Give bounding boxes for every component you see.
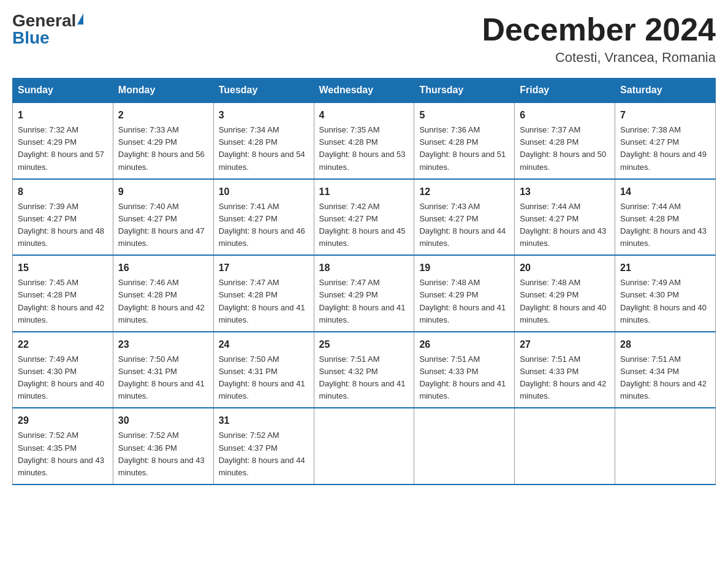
- day-info: Sunrise: 7:49 AMSunset: 4:30 PMDaylight:…: [620, 278, 707, 324]
- calendar-cell: 31Sunrise: 7:52 AMSunset: 4:37 PMDayligh…: [213, 408, 314, 484]
- day-info: Sunrise: 7:44 AMSunset: 4:28 PMDaylight:…: [620, 202, 707, 248]
- calendar-cell: 9Sunrise: 7:40 AMSunset: 4:27 PMDaylight…: [113, 179, 213, 256]
- day-number: 14: [620, 185, 710, 199]
- day-number: 6: [520, 108, 610, 123]
- day-header-tuesday: Tuesday: [213, 79, 314, 103]
- day-number: 1: [18, 108, 108, 123]
- day-number: 17: [219, 261, 309, 275]
- logo-blue: Blue: [12, 29, 50, 47]
- day-info: Sunrise: 7:52 AMSunset: 4:35 PMDaylight:…: [18, 431, 104, 477]
- day-number: 31: [219, 413, 309, 428]
- calendar-cell: 21Sunrise: 7:49 AMSunset: 4:30 PMDayligh…: [615, 255, 716, 332]
- day-number: 8: [18, 185, 108, 199]
- title-section: December 2024 Cotesti, Vrancea, Romania: [482, 12, 716, 66]
- day-number: 13: [520, 185, 610, 199]
- calendar-cell: 19Sunrise: 7:48 AMSunset: 4:29 PMDayligh…: [414, 255, 515, 332]
- day-info: Sunrise: 7:51 AMSunset: 4:34 PMDaylight:…: [620, 354, 707, 400]
- calendar-cell: 13Sunrise: 7:44 AMSunset: 4:27 PMDayligh…: [515, 179, 615, 256]
- day-number: 12: [419, 185, 509, 199]
- calendar-cell: 29Sunrise: 7:52 AMSunset: 4:35 PMDayligh…: [13, 408, 113, 484]
- day-info: Sunrise: 7:41 AMSunset: 4:27 PMDaylight:…: [219, 202, 305, 248]
- day-number: 21: [620, 261, 710, 275]
- day-number: 19: [419, 261, 509, 275]
- calendar-cell: 25Sunrise: 7:51 AMSunset: 4:32 PMDayligh…: [314, 332, 414, 408]
- day-number: 22: [18, 337, 108, 352]
- calendar-week-row: 1Sunrise: 7:32 AMSunset: 4:29 PMDaylight…: [13, 102, 716, 179]
- day-info: Sunrise: 7:42 AMSunset: 4:27 PMDaylight:…: [319, 202, 406, 248]
- day-info: Sunrise: 7:36 AMSunset: 4:28 PMDaylight:…: [419, 125, 506, 171]
- calendar-cell: 28Sunrise: 7:51 AMSunset: 4:34 PMDayligh…: [615, 332, 716, 408]
- day-number: 9: [118, 185, 208, 199]
- day-number: 5: [419, 108, 509, 123]
- day-number: 11: [319, 185, 409, 199]
- calendar-cell: 3Sunrise: 7:34 AMSunset: 4:28 PMDaylight…: [213, 102, 314, 179]
- calendar-cell: 1Sunrise: 7:32 AMSunset: 4:29 PMDaylight…: [13, 102, 113, 179]
- day-number: 3: [219, 108, 309, 123]
- page-header: General Blue December 2024 Cotesti, Vran…: [12, 12, 716, 66]
- day-info: Sunrise: 7:48 AMSunset: 4:29 PMDaylight:…: [520, 278, 606, 324]
- calendar-table: SundayMondayTuesdayWednesdayThursdayFrid…: [12, 78, 716, 485]
- calendar-cell: 18Sunrise: 7:47 AMSunset: 4:29 PMDayligh…: [314, 255, 414, 332]
- month-title: December 2024: [482, 12, 716, 47]
- calendar-cell: [515, 408, 615, 484]
- location: Cotesti, Vrancea, Romania: [482, 50, 716, 66]
- day-info: Sunrise: 7:50 AMSunset: 4:31 PMDaylight:…: [219, 354, 305, 400]
- day-info: Sunrise: 7:51 AMSunset: 4:32 PMDaylight:…: [319, 354, 406, 400]
- calendar-cell: 24Sunrise: 7:50 AMSunset: 4:31 PMDayligh…: [213, 332, 314, 408]
- calendar-header-row: SundayMondayTuesdayWednesdayThursdayFrid…: [13, 79, 716, 103]
- day-number: 28: [620, 337, 710, 352]
- calendar-cell: 14Sunrise: 7:44 AMSunset: 4:28 PMDayligh…: [615, 179, 716, 256]
- day-header-wednesday: Wednesday: [314, 79, 414, 103]
- logo-triangle-icon: [77, 13, 83, 25]
- calendar-cell: 7Sunrise: 7:38 AMSunset: 4:27 PMDaylight…: [615, 102, 716, 179]
- day-info: Sunrise: 7:47 AMSunset: 4:29 PMDaylight:…: [319, 278, 406, 324]
- day-header-saturday: Saturday: [615, 79, 716, 103]
- day-info: Sunrise: 7:51 AMSunset: 4:33 PMDaylight:…: [419, 354, 506, 400]
- day-info: Sunrise: 7:45 AMSunset: 4:28 PMDaylight:…: [18, 278, 104, 324]
- day-header-friday: Friday: [515, 79, 615, 103]
- calendar-cell: [414, 408, 515, 484]
- day-number: 16: [118, 261, 208, 275]
- day-number: 15: [18, 261, 108, 275]
- calendar-week-row: 8Sunrise: 7:39 AMSunset: 4:27 PMDaylight…: [13, 179, 716, 256]
- calendar-week-row: 15Sunrise: 7:45 AMSunset: 4:28 PMDayligh…: [13, 255, 716, 332]
- day-number: 24: [219, 337, 309, 352]
- calendar-cell: 30Sunrise: 7:52 AMSunset: 4:36 PMDayligh…: [113, 408, 213, 484]
- calendar-cell: 17Sunrise: 7:47 AMSunset: 4:28 PMDayligh…: [213, 255, 314, 332]
- logo-text: General: [12, 12, 83, 29]
- day-number: 23: [118, 337, 208, 352]
- day-info: Sunrise: 7:34 AMSunset: 4:28 PMDaylight:…: [219, 125, 305, 171]
- day-header-monday: Monday: [113, 79, 213, 103]
- calendar-cell: 6Sunrise: 7:37 AMSunset: 4:28 PMDaylight…: [515, 102, 615, 179]
- calendar-cell: 26Sunrise: 7:51 AMSunset: 4:33 PMDayligh…: [414, 332, 515, 408]
- calendar-cell: 4Sunrise: 7:35 AMSunset: 4:28 PMDaylight…: [314, 102, 414, 179]
- calendar-cell: 11Sunrise: 7:42 AMSunset: 4:27 PMDayligh…: [314, 179, 414, 256]
- calendar-cell: [314, 408, 414, 484]
- day-number: 2: [118, 108, 208, 123]
- day-info: Sunrise: 7:33 AMSunset: 4:29 PMDaylight:…: [118, 125, 205, 171]
- day-number: 29: [18, 413, 108, 428]
- day-number: 7: [620, 108, 710, 123]
- calendar-cell: 23Sunrise: 7:50 AMSunset: 4:31 PMDayligh…: [113, 332, 213, 408]
- day-header-thursday: Thursday: [414, 79, 515, 103]
- day-info: Sunrise: 7:40 AMSunset: 4:27 PMDaylight:…: [118, 202, 205, 248]
- day-info: Sunrise: 7:52 AMSunset: 4:37 PMDaylight:…: [219, 431, 305, 477]
- logo: General Blue: [12, 12, 83, 47]
- calendar-week-row: 22Sunrise: 7:49 AMSunset: 4:30 PMDayligh…: [13, 332, 716, 408]
- day-info: Sunrise: 7:47 AMSunset: 4:28 PMDaylight:…: [219, 278, 305, 324]
- day-info: Sunrise: 7:38 AMSunset: 4:27 PMDaylight:…: [620, 125, 707, 171]
- day-info: Sunrise: 7:51 AMSunset: 4:33 PMDaylight:…: [520, 354, 606, 400]
- day-number: 25: [319, 337, 409, 352]
- day-info: Sunrise: 7:49 AMSunset: 4:30 PMDaylight:…: [18, 354, 104, 400]
- day-number: 27: [520, 337, 610, 352]
- day-info: Sunrise: 7:50 AMSunset: 4:31 PMDaylight:…: [118, 354, 205, 400]
- day-header-sunday: Sunday: [13, 79, 113, 103]
- day-info: Sunrise: 7:37 AMSunset: 4:28 PMDaylight:…: [520, 125, 606, 171]
- calendar-cell: 2Sunrise: 7:33 AMSunset: 4:29 PMDaylight…: [113, 102, 213, 179]
- day-number: 4: [319, 108, 409, 123]
- day-info: Sunrise: 7:46 AMSunset: 4:28 PMDaylight:…: [118, 278, 205, 324]
- day-info: Sunrise: 7:44 AMSunset: 4:27 PMDaylight:…: [520, 202, 606, 248]
- day-info: Sunrise: 7:32 AMSunset: 4:29 PMDaylight:…: [18, 125, 104, 171]
- day-info: Sunrise: 7:52 AMSunset: 4:36 PMDaylight:…: [118, 431, 205, 477]
- calendar-cell: 12Sunrise: 7:43 AMSunset: 4:27 PMDayligh…: [414, 179, 515, 256]
